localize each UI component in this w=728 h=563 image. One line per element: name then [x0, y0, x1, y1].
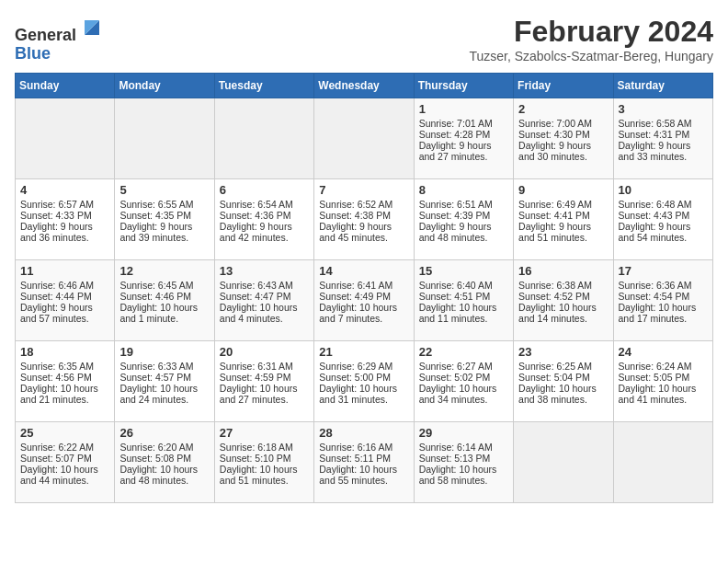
day-info-line: Sunrise: 6:24 AM — [619, 361, 708, 372]
day-info-line: Daylight: 9 hours and 42 minutes. — [220, 221, 309, 243]
day-info-line: Daylight: 10 hours and 17 minutes. — [619, 302, 708, 324]
calendar-cell: 13Sunrise: 6:43 AMSunset: 4:47 PMDayligh… — [214, 260, 313, 341]
logo-blue: Blue — [15, 44, 51, 63]
calendar-cell: 25Sunrise: 6:22 AMSunset: 5:07 PMDayligh… — [16, 422, 115, 503]
calendar-week-row: 4Sunrise: 6:57 AMSunset: 4:33 PMDaylight… — [16, 179, 713, 260]
day-info-line: Sunset: 5:10 PM — [220, 453, 309, 464]
calendar-cell: 28Sunrise: 6:16 AMSunset: 5:11 PMDayligh… — [314, 422, 414, 503]
day-info-line: Sunset: 5:04 PM — [518, 372, 608, 383]
calendar-cell — [314, 98, 414, 179]
day-info-line: Daylight: 10 hours and 11 minutes. — [419, 302, 508, 324]
day-info-line: Sunrise: 6:40 AM — [419, 280, 508, 291]
calendar-header-row: SundayMondayTuesdayWednesdayThursdayFrid… — [16, 74, 713, 98]
day-info-line: Sunrise: 6:54 AM — [220, 199, 309, 210]
day-number: 21 — [319, 345, 408, 359]
day-info-line: Sunset: 5:11 PM — [319, 453, 408, 464]
day-number: 19 — [119, 345, 209, 359]
day-info-line: Sunset: 4:35 PM — [119, 210, 209, 221]
day-info-line: Sunset: 4:47 PM — [220, 291, 309, 302]
calendar-cell: 11Sunrise: 6:46 AMSunset: 4:44 PMDayligh… — [16, 260, 115, 341]
day-info-line: Sunrise: 6:29 AM — [319, 361, 408, 372]
calendar-body: 1Sunrise: 7:01 AMSunset: 4:28 PMDaylight… — [16, 98, 713, 503]
day-info-line: Daylight: 10 hours and 58 minutes. — [419, 464, 508, 486]
day-info-line: Sunset: 4:39 PM — [419, 210, 508, 221]
day-number: 24 — [619, 345, 708, 359]
day-info-line: Daylight: 10 hours and 55 minutes. — [319, 464, 408, 486]
day-number: 22 — [419, 345, 508, 359]
calendar-cell: 10Sunrise: 6:48 AMSunset: 4:43 PMDayligh… — [613, 179, 712, 260]
day-info-line: Sunset: 4:28 PM — [419, 129, 508, 140]
day-header-wednesday: Wednesday — [314, 74, 414, 98]
day-info-line: Sunset: 4:31 PM — [619, 129, 708, 140]
day-info-line: Sunrise: 6:20 AM — [119, 442, 209, 453]
month-year-title: February 2024 — [469, 15, 713, 49]
day-info-line: Sunrise: 7:00 AM — [518, 118, 608, 129]
calendar-week-row: 18Sunrise: 6:35 AMSunset: 4:56 PMDayligh… — [16, 341, 713, 422]
day-info-line: Daylight: 9 hours and 36 minutes. — [20, 221, 109, 243]
day-info-line: Daylight: 9 hours and 54 minutes. — [619, 221, 708, 243]
calendar-table: SundayMondayTuesdayWednesdayThursdayFrid… — [15, 73, 713, 503]
day-number: 11 — [20, 264, 109, 278]
day-number: 14 — [319, 264, 408, 278]
calendar-cell: 18Sunrise: 6:35 AMSunset: 4:56 PMDayligh… — [16, 341, 115, 422]
day-info-line: Sunset: 5:07 PM — [20, 453, 109, 464]
day-info-line: Daylight: 10 hours and 1 minute. — [119, 302, 209, 324]
day-number: 4 — [20, 183, 109, 197]
day-info-line: Daylight: 10 hours and 48 minutes. — [119, 464, 209, 486]
day-info-line: Sunrise: 6:58 AM — [619, 118, 708, 129]
day-info-line: Sunset: 4:52 PM — [518, 291, 608, 302]
day-info-line: Sunset: 4:56 PM — [20, 372, 109, 383]
day-info-line: Sunrise: 6:48 AM — [619, 199, 708, 210]
day-number: 13 — [220, 264, 309, 278]
day-info-line: Daylight: 10 hours and 31 minutes. — [319, 383, 408, 405]
calendar-cell: 29Sunrise: 6:14 AMSunset: 5:13 PMDayligh… — [414, 422, 513, 503]
calendar-cell — [115, 98, 214, 179]
calendar-week-row: 1Sunrise: 7:01 AMSunset: 4:28 PMDaylight… — [16, 98, 713, 179]
day-info-line: Sunrise: 6:25 AM — [518, 361, 608, 372]
day-number: 7 — [319, 183, 408, 197]
day-info-line: Daylight: 10 hours and 34 minutes. — [419, 383, 508, 405]
day-info-line: Sunset: 4:44 PM — [20, 291, 109, 302]
calendar-week-row: 11Sunrise: 6:46 AMSunset: 4:44 PMDayligh… — [16, 260, 713, 341]
day-info-line: Sunset: 4:54 PM — [619, 291, 708, 302]
day-number: 10 — [619, 183, 708, 197]
day-info-line: Sunrise: 6:38 AM — [518, 280, 608, 291]
day-info-line: Sunset: 4:46 PM — [119, 291, 209, 302]
calendar-cell: 15Sunrise: 6:40 AMSunset: 4:51 PMDayligh… — [414, 260, 513, 341]
title-area: February 2024 Tuzser, Szabolcs-Szatmar-B… — [469, 15, 713, 63]
day-number: 12 — [119, 264, 209, 278]
location-subtitle: Tuzser, Szabolcs-Szatmar-Bereg, Hungary — [469, 49, 713, 63]
calendar-cell: 2Sunrise: 7:00 AMSunset: 4:30 PMDaylight… — [514, 98, 613, 179]
day-info-line: Sunrise: 6:14 AM — [419, 442, 508, 453]
calendar-cell: 24Sunrise: 6:24 AMSunset: 5:05 PMDayligh… — [613, 341, 712, 422]
calendar-cell: 27Sunrise: 6:18 AMSunset: 5:10 PMDayligh… — [214, 422, 313, 503]
calendar-cell: 4Sunrise: 6:57 AMSunset: 4:33 PMDaylight… — [16, 179, 115, 260]
day-number: 29 — [419, 426, 508, 440]
calendar-cell: 22Sunrise: 6:27 AMSunset: 5:02 PMDayligh… — [414, 341, 513, 422]
day-info-line: Sunrise: 6:57 AM — [20, 199, 109, 210]
day-info-line: Sunset: 4:38 PM — [319, 210, 408, 221]
day-header-monday: Monday — [115, 74, 214, 98]
day-info-line: Sunrise: 6:31 AM — [220, 361, 309, 372]
day-info-line: Sunrise: 6:33 AM — [119, 361, 209, 372]
day-number: 26 — [119, 426, 209, 440]
day-info-line: Daylight: 9 hours and 30 minutes. — [518, 140, 608, 162]
day-info-line: Daylight: 10 hours and 14 minutes. — [518, 302, 608, 324]
calendar-cell: 14Sunrise: 6:41 AMSunset: 4:49 PMDayligh… — [314, 260, 414, 341]
calendar-cell: 5Sunrise: 6:55 AMSunset: 4:35 PMDaylight… — [115, 179, 214, 260]
day-number: 17 — [619, 264, 708, 278]
day-number: 6 — [220, 183, 309, 197]
day-info-line: Sunset: 4:41 PM — [518, 210, 608, 221]
day-info-line: Sunrise: 6:36 AM — [619, 280, 708, 291]
day-number: 5 — [119, 183, 209, 197]
page-header: General Blue February 2024 Tuzser, Szabo… — [15, 15, 713, 63]
calendar-cell: 7Sunrise: 6:52 AMSunset: 4:38 PMDaylight… — [314, 179, 414, 260]
day-info-line: Sunrise: 7:01 AM — [419, 118, 508, 129]
calendar-cell: 21Sunrise: 6:29 AMSunset: 5:00 PMDayligh… — [314, 341, 414, 422]
day-info-line: Sunset: 4:30 PM — [518, 129, 608, 140]
calendar-cell — [613, 422, 712, 503]
calendar-cell: 8Sunrise: 6:51 AMSunset: 4:39 PMDaylight… — [414, 179, 513, 260]
day-number: 8 — [419, 183, 508, 197]
day-info-line: Sunrise: 6:43 AM — [220, 280, 309, 291]
day-info-line: Sunset: 4:36 PM — [220, 210, 309, 221]
